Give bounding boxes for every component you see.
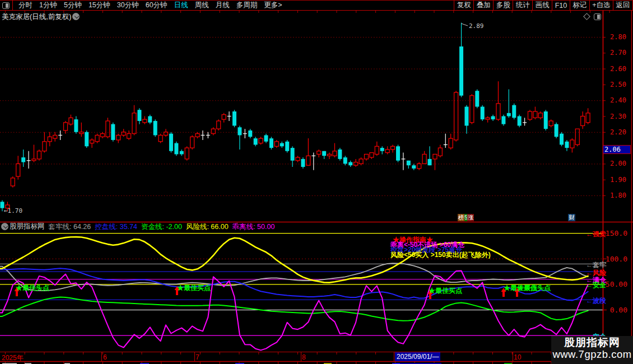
last-price-box: 2.06 <box>603 145 631 154</box>
toolbar-action-画线[interactable]: 画线 <box>532 1 552 10</box>
date-label-6: 6 <box>103 353 107 361</box>
candle-up-56 <box>296 157 300 161</box>
candle-down-95 <box>501 116 505 124</box>
candle-up-69 <box>364 154 368 158</box>
candle-up-35 <box>185 148 189 159</box>
indicator-field-资金线: 资金线: -2.00 <box>141 223 182 231</box>
candle-up-60 <box>317 151 321 155</box>
toolbar-action-标记[interactable]: 标记 <box>570 1 589 10</box>
candle-up-100 <box>528 111 532 119</box>
candle-up-101 <box>533 111 537 118</box>
candle-down-91 <box>481 107 485 120</box>
candle-down-44 <box>232 111 236 125</box>
toolbar-action-返回[interactable]: 返回 <box>613 1 633 10</box>
period-tab-更多>[interactable]: 更多> <box>260 1 285 10</box>
period-tab-30分钟[interactable]: 30分钟 <box>114 1 142 10</box>
toolbar-action-统计[interactable]: 统计 <box>513 1 532 10</box>
indicator-series-乖离线 <box>0 271 588 351</box>
candle-up-111 <box>586 113 590 123</box>
candle-up-83 <box>438 148 442 156</box>
toolbar-action-复权[interactable]: 复权 <box>454 1 473 10</box>
candle-up-24 <box>127 134 131 138</box>
period-tab-60分钟[interactable]: 60分钟 <box>142 1 171 10</box>
period-tab-日线[interactable]: 日线 <box>171 1 192 10</box>
split-view-icon[interactable] <box>594 13 601 20</box>
price-label-2.00: 2.00 <box>602 160 626 167</box>
candle-down-54 <box>285 142 289 151</box>
event-badge-财[interactable]: 财 <box>568 214 575 221</box>
candle-up-102 <box>538 113 542 118</box>
price-label-2.50: 2.50 <box>602 81 626 88</box>
candle-up-74 <box>391 146 395 150</box>
candle-up-19 <box>100 134 104 137</box>
candle-down-98 <box>518 116 522 126</box>
candle-up-94 <box>496 104 500 119</box>
candle-up-71 <box>375 146 379 154</box>
period-tab-周线[interactable]: 周线 <box>192 1 212 10</box>
toolbar-action-F10[interactable]: F10 <box>552 1 570 10</box>
toolbar-separator <box>12 0 13 11</box>
indicator-series-资金线 <box>0 297 588 321</box>
candle-up-109 <box>575 129 579 144</box>
indicator-header: 股朋指标网 套牢线: 64.26控盘线: 35.74资金线: -2.00风险线:… <box>0 222 603 230</box>
candle-down-97 <box>512 105 516 118</box>
candle-down-103 <box>544 111 548 129</box>
candle-up-70 <box>370 153 374 157</box>
candle-up-30 <box>159 135 162 141</box>
candle-down-32 <box>169 134 173 151</box>
candle-up-15 <box>80 132 83 134</box>
date-highlight: 2025/09/01/— <box>395 352 440 361</box>
title-chevron-down-icon[interactable] <box>72 13 80 20</box>
candle-down-50 <box>264 135 268 141</box>
candle-down-87 <box>459 46 463 96</box>
candle-down-51 <box>269 138 273 148</box>
indicator-axis-label-150.0: 150.0 <box>602 229 627 237</box>
candle-up-23 <box>122 132 125 136</box>
candle-up-37 <box>196 134 199 137</box>
date-label-7: 7 <box>196 353 199 361</box>
candle-up-40 <box>211 129 215 133</box>
panel-layout-icon[interactable] <box>2 2 10 9</box>
period-tab-5分钟[interactable]: 5分钟 <box>60 1 85 10</box>
watermark-site-name: 股朋指标网 <box>551 337 633 349</box>
candle-up-108 <box>570 140 574 148</box>
candle-up-6 <box>32 159 36 161</box>
period-tab-多周期[interactable]: 多周期 <box>233 1 261 10</box>
candle-up-17 <box>90 140 94 143</box>
price-label-2.30: 2.30 <box>602 113 626 120</box>
price-label-2.60: 2.60 <box>602 65 626 73</box>
candle-up-2 <box>11 178 15 186</box>
candle-down-75 <box>396 146 400 160</box>
low-annotation: ←1.70 <box>4 207 22 214</box>
toolbar-action-多股[interactable]: 多股 <box>493 1 513 10</box>
period-tab-分时[interactable]: 分时 <box>15 1 36 10</box>
candle-down-107 <box>565 142 569 148</box>
candle-up-86 <box>454 92 458 140</box>
candle-up-110 <box>581 116 585 126</box>
candle-down-105 <box>555 124 558 137</box>
candle-up-36 <box>190 137 194 148</box>
candle-down-28 <box>148 116 152 123</box>
event-badge-涨[interactable]: 涨 <box>467 214 474 221</box>
candle-down-93 <box>491 116 495 120</box>
candle-down-65 <box>343 157 347 164</box>
period-tab-15分钟[interactable]: 15分钟 <box>85 1 114 10</box>
candle-down-61 <box>322 151 326 156</box>
period-tab-月线[interactable]: 月线 <box>212 1 233 10</box>
candle-up-63 <box>333 151 337 156</box>
candle-down-21 <box>111 124 115 140</box>
candle-down-81 <box>428 159 432 165</box>
candle-up-13 <box>69 118 73 124</box>
toolbar-action-+自选[interactable]: +自选 <box>589 1 613 10</box>
candle-up-12 <box>64 123 68 130</box>
indicator-source-name[interactable]: 股朋指标网 <box>10 222 45 231</box>
candle-down-45 <box>238 127 241 135</box>
toolbar-action-叠加[interactable]: 叠加 <box>473 1 493 10</box>
candle-down-4 <box>21 157 25 162</box>
period-tab-1分钟[interactable]: 1分钟 <box>36 1 60 10</box>
candle-down-106 <box>560 134 564 145</box>
indicator-axis-label-50.00: 50.00 <box>602 280 627 288</box>
stock-title[interactable]: 美克家居(日线,前复权) <box>2 12 71 22</box>
event-badge-榜[interactable]: 榜 <box>458 214 464 221</box>
level-label-波段: ←波段 <box>586 296 609 306</box>
